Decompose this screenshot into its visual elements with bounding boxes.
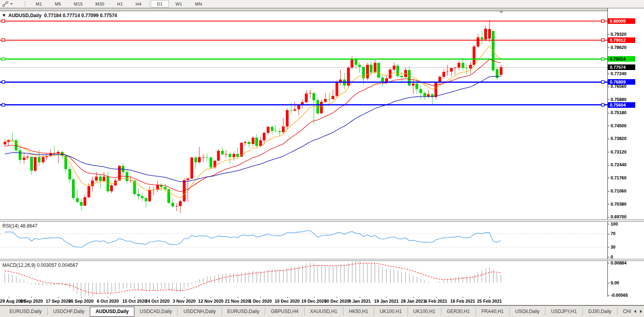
price-level-badge: 0.75604 [608, 102, 635, 108]
date-tick [184, 297, 184, 298]
timeframe-button-h4[interactable]: H4 [129, 0, 148, 7]
chart-scrollbar[interactable] [0, 8, 607, 11]
chart-tab-china300-h1[interactable]: CHINA300,H1 [617, 307, 631, 316]
date-label: 6 Feb 2021 [425, 299, 447, 303]
price-tick-label: 0.79320 [611, 32, 627, 37]
timeframe-button-m1[interactable]: M1 [29, 0, 48, 7]
timeframe-button-mn[interactable]: MN [189, 0, 209, 7]
rsi-tick-label: 100 [611, 222, 618, 226]
rsi-line [5, 231, 501, 247]
price-tick-label: 0.70380 [611, 202, 627, 206]
axis-tick [608, 191, 609, 192]
price-tick-label: 0.73820 [611, 136, 627, 141]
chart-tab-uk100-h1[interactable]: UK100,H1 [407, 307, 441, 316]
line-handle[interactable] [601, 103, 604, 106]
date-tick [337, 297, 337, 298]
axis-tick [608, 74, 609, 74]
moving-average-20 [5, 59, 501, 191]
macd-indicator-panel[interactable] [0, 261, 607, 296]
toolbar-divider [149, 1, 149, 7]
chart-tab-xauusd-h1[interactable]: XAUUSD,H1 [304, 307, 343, 316]
axis-tick [608, 296, 609, 296]
timeframe-button-m30[interactable]: M30 [89, 0, 111, 7]
line-handle[interactable] [2, 81, 5, 84]
chart-tab-uk100-h1[interactable]: UK100,H1 [374, 307, 407, 316]
date-label: 1 Dec 2020 [249, 299, 272, 303]
moving-average-45 [5, 76, 501, 181]
price-level-badge: 0.79012 [608, 37, 635, 43]
chart-tab-dj30-daily[interactable]: DJ30,Daily [582, 307, 617, 316]
date-tick [463, 297, 463, 298]
chart-tab-usdchf-daily[interactable]: USDCHF,Daily [47, 307, 90, 316]
line-handle[interactable] [2, 58, 5, 60]
chart-tab-usdcad-daily[interactable]: USDCAD,Daily [134, 307, 178, 316]
axis-tick [608, 87, 609, 87]
date-tick [108, 297, 108, 298]
price-axis-scale[interactable]: 0.793200.786200.779400.772400.765600.758… [608, 8, 644, 297]
rsi-indicator-panel[interactable] [0, 222, 607, 259]
rsi-tick-label: 30 [611, 245, 615, 249]
tabs-scroll-left-icon[interactable] [632, 308, 638, 315]
price-level-badge: 0.78014 [608, 56, 635, 62]
line-handle[interactable] [601, 20, 604, 23]
chart-tab-usdjpy-h1[interactable]: USDJPY,H1 [545, 307, 582, 316]
axis-tick [608, 34, 609, 35]
price-tick-label: 0.74500 [611, 123, 627, 128]
chart-tab-eurusd-daily[interactable]: EURUSD,Daily [4, 307, 47, 316]
date-label: 6 Oct 2020 [97, 299, 119, 303]
line-handle[interactable] [601, 81, 604, 84]
date-label: 15 Oct 2020 [122, 299, 147, 303]
price-tick-label: 0.73120 [611, 150, 627, 154]
tabs-scroll-right-icon[interactable] [638, 308, 644, 315]
timeframe-button-h1[interactable]: H1 [111, 0, 129, 7]
date-tick [413, 297, 413, 298]
price-tick-label: 0.69700 [611, 214, 627, 219]
chart-tab-usdcnh-daily[interactable]: USDCNH,Daily [177, 307, 221, 316]
date-label: 9 Jan 2021 [349, 299, 371, 303]
date-label: 16 Feb 2021 [450, 299, 475, 303]
chart-tab-gbpusd-h4[interactable]: GBPUSD,H4 [265, 307, 304, 316]
date-tick [157, 297, 158, 298]
line-studies-icon[interactable] [1, 0, 14, 8]
chart-tab-fra40-h1[interactable]: FRA40,H1 [475, 307, 509, 316]
chart-tab-ger30-h1[interactable]: GER30,H1 [441, 307, 475, 316]
chart-tab-bar: EURUSD,DailyUSDCHF,DailyAUDUSD,DailyUSDC… [0, 305, 644, 317]
price-tick-label: 0.77240 [611, 71, 627, 76]
axis-tick [608, 178, 609, 178]
toolbar-grip[interactable] [25, 1, 26, 6]
line-handle[interactable] [601, 58, 604, 60]
line-handle[interactable] [2, 20, 5, 23]
date-label: 26 Sep 2020 [69, 299, 94, 303]
date-tick [386, 297, 387, 298]
date-label: 19 Jan 2021 [374, 299, 399, 303]
date-tick [287, 297, 287, 298]
line-handle[interactable] [2, 103, 5, 106]
timeframe-button-d1[interactable]: D1 [151, 0, 169, 8]
date-tick [9, 297, 9, 298]
chart-tab-usoil-daily[interactable]: USOil,Daily [509, 307, 545, 316]
chart-tab-audusd-daily[interactable]: AUDUSD,Daily [90, 307, 134, 317]
timeframe-button-m5[interactable]: M5 [48, 0, 68, 7]
date-tick [81, 297, 81, 298]
price-tick-label: 0.76560 [611, 84, 627, 89]
date-axis[interactable]: 29 Aug 20208 Sep 202017 Sep 202026 Sep 2… [0, 297, 644, 305]
chart-tab-eurusd-daily[interactable]: EURUSD,Daily [221, 307, 265, 316]
axis-tick [608, 99, 609, 100]
line-handle[interactable] [601, 39, 604, 41]
timeframe-button-m15[interactable]: M15 [68, 0, 89, 7]
timeframe-button-w1[interactable]: W1 [169, 0, 188, 7]
axis-tick [608, 283, 609, 283]
line-handle[interactable] [2, 39, 5, 41]
price-chart-panel[interactable] [0, 11, 607, 220]
price-tick-label: 0.75880 [611, 97, 627, 102]
price-level-badge: 0.80009 [608, 18, 635, 24]
price-tick-label: 0.72440 [611, 162, 627, 167]
price-tick-label: 0.71060 [611, 189, 627, 193]
price-tick-label: 0.75180 [611, 110, 627, 115]
date-label: 19 Dec 2020 [301, 299, 326, 303]
moving-average-9 [5, 46, 501, 198]
date-label: 25 Feb 2021 [477, 299, 502, 303]
axis-tick [608, 204, 609, 204]
axis-tick [608, 113, 609, 113]
chart-tab-hk50-h1[interactable]: HK50,H1 [343, 307, 374, 316]
